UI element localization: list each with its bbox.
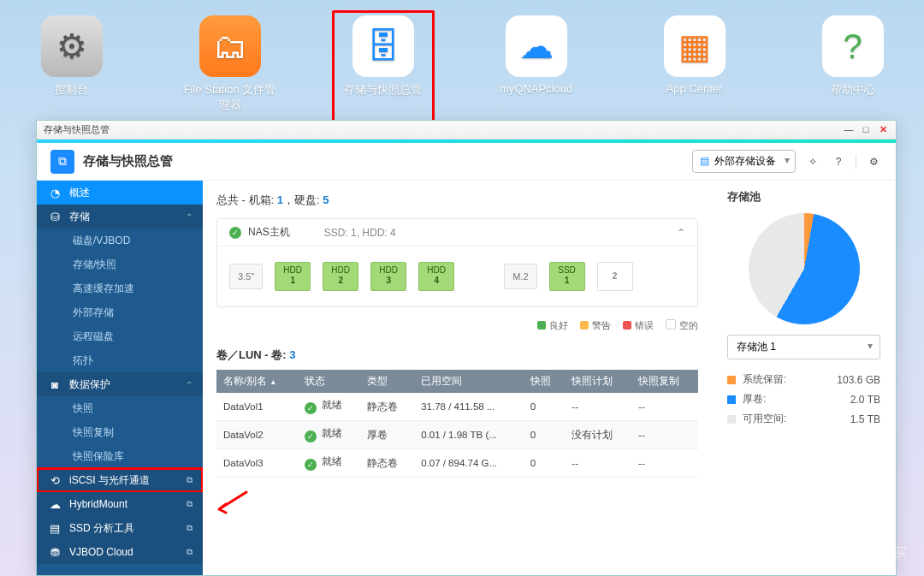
col-used[interactable]: 已用空间 <box>414 370 524 393</box>
sidebar-item-snapshot[interactable]: 快照 <box>37 396 203 420</box>
sidebar-item-snapshot-copy[interactable]: 快照复制 <box>37 420 203 444</box>
table-row[interactable]: DataVol1✓就绪静态卷31.78 / 411.58 ...0---- <box>216 393 698 421</box>
disk-slot[interactable]: SSD1 <box>549 262 585 291</box>
external-link-icon: ⧉ <box>187 475 192 485</box>
gear-icon: ⚙ <box>41 15 103 77</box>
chevron-up-icon[interactable]: ⌃ <box>677 227 685 239</box>
titlebar[interactable]: 存储与快照总管 — □ ✕ <box>37 121 896 140</box>
disk-slot[interactable]: HDD4 <box>418 262 454 291</box>
main-content: 总共 - 机箱: 1，硬盘: 5 ✓ NAS主机 SSD: 1, HDD: 4 … <box>203 181 712 575</box>
minimize-button[interactable]: — <box>843 124 855 135</box>
disk-slot-empty[interactable]: 2 <box>597 262 633 291</box>
desktop-icon-myqnapcloud[interactable]: ☁myQNAPcloud <box>485 15 588 120</box>
volumes-section-title: 卷／LUN - 卷: 3 <box>216 344 698 370</box>
sidebar-item-hybridmount[interactable]: ☁HybridMount⧉ <box>37 492 203 516</box>
external-device-dropdown[interactable]: ▤外部存储设备 <box>692 150 796 173</box>
ssd-icon: ▤ <box>47 522 62 535</box>
aside-row: 可用空间:1.5 TB <box>727 409 880 429</box>
external-link-icon: ⧉ <box>187 523 192 533</box>
col-plan[interactable]: 快照计划 <box>565 370 631 393</box>
host-panel-header[interactable]: ✓ NAS主机 SSD: 1, HDD: 4 ⌃ <box>217 219 697 246</box>
help-icon: ? <box>822 15 884 77</box>
sidebar-item-disks[interactable]: 磁盘/VJBOD <box>37 229 203 252</box>
status-ok-icon: ✓ <box>229 227 241 239</box>
col-status[interactable]: 状态 <box>298 370 360 393</box>
sidebar-item-vjbod-cloud[interactable]: ⛃VJBOD Cloud⧉ <box>37 540 203 564</box>
disk-slot[interactable]: HDD3 <box>370 262 406 291</box>
legend-good: 良好 <box>537 319 568 332</box>
table-row[interactable]: DataVol3✓就绪静态卷0.07 / 894.74 G...0---- <box>216 449 698 478</box>
app-window: 存储与快照总管 — □ ✕ ⧉ 存储与快照总管 ▤外部存储设备 ✧ ? ⚙ ◔概… <box>36 120 897 576</box>
col-snap[interactable]: 快照 <box>524 370 566 393</box>
sidebar: ◔概述 ⛁存储⌃ 磁盘/VJBOD 存储/快照 高速缓存加速 外部存储 远程磁盘… <box>37 181 203 575</box>
sidebar-item-topology[interactable]: 拓扑 <box>37 348 203 372</box>
legend-err: 错误 <box>623 319 654 332</box>
vjbod-icon: ⛃ <box>47 546 62 559</box>
wand-icon[interactable]: ✧ <box>804 153 821 170</box>
sidebar-item-cache[interactable]: 高速缓存加速 <box>37 276 203 300</box>
storage-pie-chart <box>749 213 860 324</box>
legend: 良好 警告 错误 空的 <box>216 319 698 332</box>
sidebar-item-iscsi[interactable]: ⟲iSCSI 与光纤通道⧉ <box>37 468 203 492</box>
bay-label-35: 3.5" <box>229 264 263 289</box>
chevron-up-icon: ⌃ <box>186 212 192 222</box>
col-rep[interactable]: 快照复制 <box>631 370 698 393</box>
bay-label-m2: M.2 <box>504 264 536 289</box>
chevron-up-icon: ⌃ <box>186 380 192 389</box>
col-name[interactable]: 名称/别名▲ <box>216 370 298 393</box>
maximize-button[interactable]: □ <box>860 124 872 135</box>
sidebar-item-remote[interactable]: 远程磁盘 <box>37 324 203 348</box>
table-row[interactable]: DataVol2✓就绪厚卷0.01 / 1.98 TB (...0没有计划-- <box>216 421 698 449</box>
iscsi-icon: ⟲ <box>47 474 62 487</box>
sidebar-item-overview[interactable]: ◔概述 <box>37 181 203 205</box>
host-panel: ✓ NAS主机 SSD: 1, HDD: 4 ⌃ 3.5" HDD1 HDD2 … <box>216 218 698 307</box>
external-link-icon: ⧉ <box>187 547 192 557</box>
col-type[interactable]: 类型 <box>360 370 414 393</box>
cloud-icon: ☁ <box>47 498 62 511</box>
watermark: 值什么值得买 <box>820 542 907 564</box>
sidebar-item-storage-snapshot[interactable]: 存储/快照 <box>37 252 203 276</box>
host-name: NAS主机 <box>248 225 290 240</box>
sidebar-item-data-protect[interactable]: ◙数据保护⌃ <box>37 372 203 396</box>
app-header: ⧉ 存储与快照总管 ▤外部存储设备 ✧ ? ⚙ <box>37 143 896 181</box>
database-icon: ⛁ <box>47 211 62 223</box>
camera-icon: ◙ <box>47 378 62 391</box>
settings-icon[interactable]: ⚙ <box>865 153 882 170</box>
desktop: ⚙控制台 🗂File Station 文件管理器 🗄存储与快照总管 ☁myQNA… <box>0 0 924 120</box>
sidebar-item-storage[interactable]: ⛁存储⌃ <box>37 205 203 229</box>
aside-storage-pool: 存储池 存储池 1 系统保留:103.6 GB厚卷:2.0 TB可用空间:1.5… <box>712 181 896 575</box>
app-logo-icon: ⧉ <box>50 150 74 174</box>
desktop-icon-appcenter[interactable]: ▦App Center <box>643 15 746 120</box>
desktop-icon-control[interactable]: ⚙控制台 <box>21 15 123 120</box>
host-spec: SSD: 1, HDD: 4 <box>324 227 396 239</box>
sidebar-item-snapshot-vault[interactable]: 快照保险库 <box>37 444 203 468</box>
sidebar-item-ssd-tool[interactable]: ▤SSD 分析工具⧉ <box>37 516 203 540</box>
grid-icon: ▦ <box>664 15 726 77</box>
pool-selector[interactable]: 存储池 1 <box>727 335 880 359</box>
help-icon[interactable]: ? <box>830 153 847 170</box>
folder-icon: 🗂 <box>199 15 261 77</box>
volumes-table: 名称/别名▲ 状态 类型 已用空间 快照 快照计划 快照复制 DataVol1✓… <box>216 370 698 478</box>
cloud-icon: ☁ <box>506 15 567 77</box>
summary-row: 总共 - 机箱: 1，硬盘: 5 <box>216 189 698 218</box>
desktop-icon-help[interactable]: ?帮助中心 <box>802 15 904 120</box>
legend-warn: 警告 <box>580 319 611 332</box>
aside-row: 厚卷:2.0 TB <box>727 389 880 409</box>
sidebar-item-external[interactable]: 外部存储 <box>37 300 203 324</box>
disk-slot[interactable]: HDD1 <box>275 262 311 291</box>
app-title: 存储与快照总管 <box>83 153 173 169</box>
desktop-icon-storage[interactable]: 🗄存储与快照总管 <box>332 10 435 125</box>
aside-title: 存储池 <box>727 189 880 205</box>
legend-free: 空的 <box>666 319 698 332</box>
external-link-icon: ⧉ <box>187 499 192 509</box>
disk-slot[interactable]: HDD2 <box>323 262 358 291</box>
window-title: 存储与快照总管 <box>44 123 110 136</box>
aside-row: 系统保留:103.6 GB <box>727 370 880 389</box>
desktop-icon-filestation[interactable]: 🗂File Station 文件管理器 <box>179 15 281 120</box>
close-button[interactable]: ✕ <box>877 124 889 135</box>
annotation-arrow <box>214 490 248 516</box>
storage-icon: 🗄 <box>352 15 414 77</box>
device-icon: ▤ <box>700 155 709 167</box>
gauge-icon: ◔ <box>47 187 62 199</box>
